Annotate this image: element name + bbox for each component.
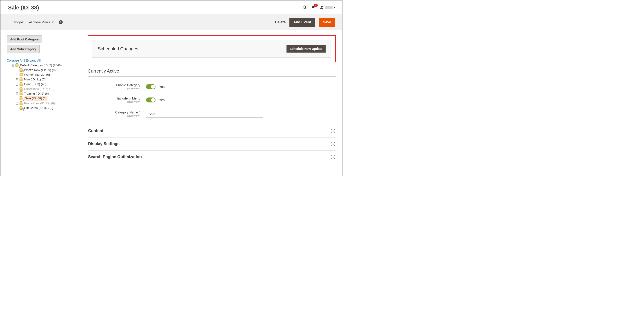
required-asterisk: * bbox=[139, 110, 140, 114]
add-event-button[interactable]: Add Event bbox=[290, 18, 315, 27]
category-name-label: Category Name bbox=[115, 110, 138, 114]
delete-button[interactable]: Delete bbox=[275, 20, 286, 24]
scope-value: All Store Views bbox=[29, 20, 50, 24]
currently-active-title: Currently Active bbox=[88, 68, 336, 76]
chevron-down-icon bbox=[331, 142, 335, 146]
tree-node-label[interactable]: Training (ID: 9) (6) bbox=[24, 92, 49, 96]
page-title: Sale (ID: 38) bbox=[8, 4, 39, 11]
svg-line-1 bbox=[305, 8, 306, 9]
include-in-menu-value: Yes bbox=[159, 98, 164, 102]
enable-category-toggle[interactable] bbox=[146, 84, 156, 89]
scope-note: [store view] bbox=[88, 87, 140, 90]
include-in-menu-toggle[interactable] bbox=[146, 98, 156, 102]
search-icon[interactable] bbox=[302, 5, 307, 10]
svg-point-2 bbox=[321, 6, 323, 8]
tree-node-label[interactable]: What's New (ID: 39) (0) bbox=[24, 68, 56, 72]
scope-note: [store view] bbox=[88, 114, 140, 117]
expand-icon[interactable]: + bbox=[16, 88, 18, 90]
folder-icon bbox=[20, 83, 23, 86]
username-placeholder bbox=[325, 6, 332, 9]
tree-node-label[interactable]: Sale (ID: 38) (0) bbox=[24, 96, 48, 101]
caret-down-icon bbox=[52, 22, 54, 23]
add-subcategory-button[interactable]: Add Subcategory bbox=[7, 45, 40, 53]
folder-icon bbox=[16, 64, 19, 67]
notifications-button[interactable]: 4 bbox=[311, 5, 316, 10]
section-title: Search Engine Optimization bbox=[88, 154, 142, 159]
folder-icon bbox=[20, 107, 23, 110]
section-title: Content bbox=[88, 128, 103, 133]
section-title: Display Settings bbox=[88, 142, 120, 146]
expand-icon[interactable]: + bbox=[16, 102, 18, 105]
tree-node-label[interactable]: Promotions (ID: 29) (0) bbox=[24, 101, 55, 106]
add-root-category-button[interactable]: Add Root Category bbox=[7, 35, 42, 43]
scheduled-changes-highlight: Scheduled Changes Schedule New Update bbox=[88, 35, 336, 62]
tree-node-label[interactable]: Gear (ID: 3) (46) bbox=[24, 82, 46, 87]
expand-all-link[interactable]: Expand All bbox=[26, 59, 41, 62]
collapse-icon[interactable]: − bbox=[12, 64, 14, 67]
user-icon bbox=[320, 5, 324, 10]
folder-icon bbox=[20, 102, 23, 105]
folder-icon bbox=[20, 78, 23, 81]
svg-point-0 bbox=[303, 6, 306, 8]
scheduled-changes-title: Scheduled Changes bbox=[98, 46, 138, 52]
expand-icon[interactable]: + bbox=[16, 78, 18, 81]
tree-node-label[interactable]: Women (ID: 20) (0) bbox=[24, 72, 50, 77]
folder-icon bbox=[20, 69, 23, 72]
expand-icon[interactable]: + bbox=[16, 74, 18, 76]
folder-icon bbox=[20, 74, 23, 76]
tree-node-label[interactable]: Gift Cards (ID: 37) (2) bbox=[24, 106, 53, 110]
collapsible-section[interactable]: Search Engine Optimization bbox=[88, 150, 336, 163]
help-icon[interactable]: ? bbox=[59, 20, 63, 24]
chevron-down-icon bbox=[331, 129, 335, 133]
category-tree: −Default Category (ID: 2) (2048)What's N… bbox=[7, 63, 83, 110]
save-button[interactable]: Save bbox=[319, 18, 335, 27]
account-menu[interactable] bbox=[320, 5, 335, 10]
chevron-down-icon bbox=[331, 155, 335, 159]
scope-note: [store view] bbox=[88, 100, 140, 103]
expand-icon[interactable]: + bbox=[16, 83, 18, 86]
collapse-all-link[interactable]: Collapse All bbox=[7, 59, 23, 62]
folder-icon bbox=[20, 92, 23, 95]
notification-badge: 4 bbox=[314, 4, 318, 7]
bell-icon bbox=[311, 7, 316, 10]
folder-icon bbox=[20, 97, 23, 100]
tree-node-label[interactable]: Men (ID: 11) (0) bbox=[24, 77, 46, 82]
enable-category-value: Yes bbox=[159, 85, 164, 88]
schedule-new-update-button[interactable]: Schedule New Update bbox=[286, 45, 326, 52]
category-name-input[interactable] bbox=[146, 110, 263, 118]
expand-icon[interactable]: + bbox=[16, 92, 18, 95]
collapsible-section[interactable]: Display Settings bbox=[88, 138, 336, 150]
collapsible-section[interactable]: Content bbox=[88, 124, 336, 138]
scope-label: Scope: bbox=[14, 20, 24, 24]
caret-down-icon bbox=[334, 7, 335, 8]
enable-category-label: Enable Category bbox=[116, 83, 140, 87]
folder-icon bbox=[20, 88, 23, 90]
scope-selector[interactable]: All Store Views bbox=[28, 20, 55, 24]
tree-node-label[interactable]: Default Category (ID: 2) (2048) bbox=[20, 63, 62, 68]
tree-node-label[interactable]: Collections (ID: 7) (13) bbox=[24, 87, 54, 92]
include-in-menu-label: Include in Menu bbox=[117, 96, 140, 100]
separator: | bbox=[24, 59, 25, 62]
